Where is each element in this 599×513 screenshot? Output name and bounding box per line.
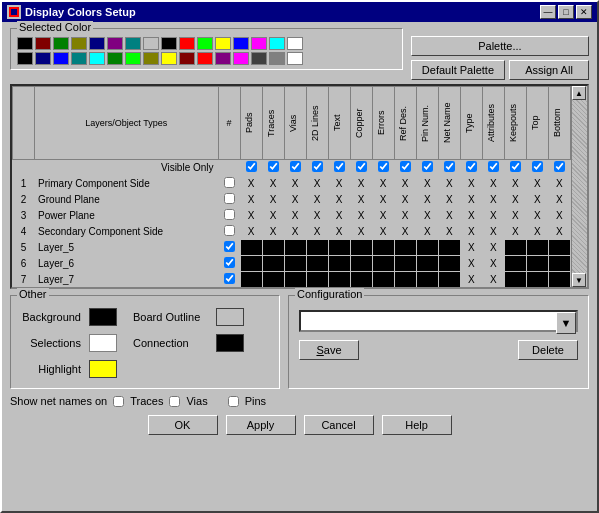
row-check[interactable] [218, 208, 240, 224]
cell: X [482, 176, 504, 192]
color-swatch[interactable] [71, 37, 87, 50]
text-header: Text [328, 87, 350, 160]
palette-button[interactable]: Palette... [411, 36, 589, 56]
default-palette-button[interactable]: Default Palette [411, 60, 505, 80]
color-swatch[interactable] [89, 52, 105, 65]
color-swatch[interactable] [269, 52, 285, 65]
row-num: 5 [13, 240, 35, 256]
color-swatch[interactable] [17, 37, 33, 50]
vias-checkbox[interactable] [169, 396, 180, 407]
vo-check-text[interactable] [328, 160, 350, 176]
color-swatch[interactable] [251, 37, 267, 50]
dark-cell [416, 240, 438, 256]
ok-button[interactable]: OK [148, 415, 218, 435]
config-select-value[interactable] [301, 312, 556, 330]
color-swatch[interactable] [269, 37, 285, 50]
selections-color-swatch[interactable] [89, 334, 117, 352]
color-swatch[interactable] [71, 52, 87, 65]
color-swatch[interactable] [125, 52, 141, 65]
row-check[interactable] [218, 176, 240, 192]
cell: X [504, 176, 526, 192]
color-swatch[interactable] [89, 37, 105, 50]
color-swatch[interactable] [287, 37, 303, 50]
vo-check-vias[interactable] [284, 160, 306, 176]
color-swatch[interactable] [35, 37, 51, 50]
background-color-swatch[interactable] [89, 308, 117, 326]
delete-button[interactable]: Delete [518, 340, 578, 360]
assign-all-button[interactable]: Assign All [509, 60, 589, 80]
row-check[interactable] [218, 272, 240, 288]
vo-check-copper[interactable] [350, 160, 372, 176]
vo-check-traces[interactable] [262, 160, 284, 176]
color-swatch[interactable] [179, 37, 195, 50]
cell: X [460, 256, 482, 272]
dark-cell [328, 272, 350, 288]
color-swatch[interactable] [35, 52, 51, 65]
vo-check-netname[interactable] [438, 160, 460, 176]
row-check[interactable] [218, 224, 240, 240]
cell: X [350, 192, 372, 208]
color-row-1 [17, 37, 396, 50]
vo-check-bottom[interactable] [548, 160, 570, 176]
color-swatch[interactable] [251, 52, 267, 65]
vo-check-keepouts[interactable] [504, 160, 526, 176]
color-swatch[interactable] [233, 52, 249, 65]
dark-cell [504, 240, 526, 256]
color-swatch[interactable] [125, 37, 141, 50]
color-swatch[interactable] [143, 52, 159, 65]
layer-name-header: Layers/Object Types [35, 87, 219, 160]
vo-check-type[interactable] [460, 160, 482, 176]
color-swatch[interactable] [107, 52, 123, 65]
vo-check-pinnum[interactable] [416, 160, 438, 176]
color-swatch[interactable] [161, 37, 177, 50]
highlight-color-swatch[interactable] [89, 360, 117, 378]
vo-check-2dlines[interactable] [306, 160, 328, 176]
connection-label: Connection [133, 337, 208, 349]
color-swatch[interactable] [53, 52, 69, 65]
color-swatch[interactable] [53, 37, 69, 50]
vo-check-attributes[interactable] [482, 160, 504, 176]
vo-check-top[interactable] [526, 160, 548, 176]
row-check[interactable] [218, 240, 240, 256]
traces-label: Traces [130, 395, 163, 407]
minimize-button[interactable]: — [540, 5, 556, 19]
color-swatch[interactable] [161, 52, 177, 65]
scroll-up-button[interactable]: ▲ [572, 86, 586, 100]
cancel-button[interactable]: Cancel [304, 415, 374, 435]
cell: X [372, 192, 394, 208]
color-swatch[interactable] [107, 37, 123, 50]
keepouts-header: Keepouts [504, 87, 526, 160]
close-button[interactable]: ✕ [576, 5, 592, 19]
color-swatch[interactable] [233, 37, 249, 50]
traces-checkbox[interactable] [113, 396, 124, 407]
color-swatch[interactable] [143, 37, 159, 50]
pins-checkbox[interactable] [228, 396, 239, 407]
color-swatch[interactable] [179, 52, 195, 65]
vo-check-errors[interactable] [372, 160, 394, 176]
color-swatch[interactable] [17, 52, 33, 65]
scrollbar-vertical[interactable]: ▲ ▼ [571, 86, 587, 287]
color-swatch[interactable] [287, 52, 303, 65]
color-swatch[interactable] [197, 37, 213, 50]
color-swatch[interactable] [215, 52, 231, 65]
cell: X [460, 240, 482, 256]
layer-name: Ground Plane [35, 192, 219, 208]
save-button[interactable]: Save [299, 340, 359, 360]
vo-hash [218, 160, 240, 176]
title-bar: Display Colors Setup — □ ✕ [2, 2, 597, 22]
apply-button[interactable]: Apply [226, 415, 296, 435]
board-outline-color-swatch[interactable] [216, 308, 244, 326]
help-button[interactable]: Help [382, 415, 452, 435]
vo-check-pads[interactable] [240, 160, 262, 176]
config-dropdown-arrow[interactable]: ▼ [556, 312, 576, 334]
color-swatch[interactable] [215, 37, 231, 50]
maximize-button[interactable]: □ [558, 5, 574, 19]
color-swatch[interactable] [197, 52, 213, 65]
dark-cell [504, 256, 526, 272]
row-check[interactable] [218, 256, 240, 272]
scroll-down-button[interactable]: ▼ [572, 273, 586, 287]
connection-color-swatch[interactable] [216, 334, 244, 352]
cell: X [240, 192, 262, 208]
vo-check-refdes[interactable] [394, 160, 416, 176]
row-check[interactable] [218, 192, 240, 208]
